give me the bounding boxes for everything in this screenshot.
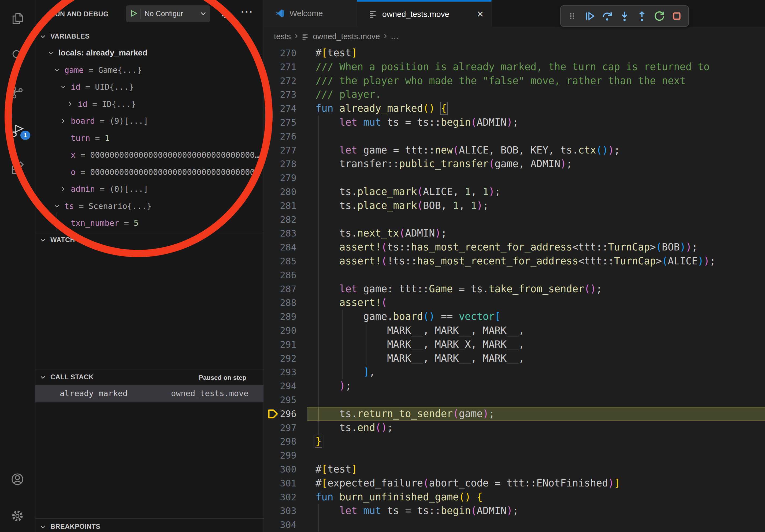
- code-line[interactable]: 273/// player.: [264, 88, 765, 102]
- code-line[interactable]: 301#[expected_failure(abort_code = ttt::…: [264, 476, 765, 490]
- code-line[interactable]: 272/// the player who made the "false" m…: [264, 74, 765, 88]
- code-line[interactable]: 300#[test]: [264, 462, 765, 476]
- code-line[interactable]: 274fun already_marked() {: [264, 102, 765, 116]
- call-stack-section-header[interactable]: CALL STACK Paused on step: [35, 370, 264, 385]
- variable-row[interactable]: game = Game{...}: [35, 62, 264, 79]
- code-line[interactable]: 284 assert!(ts::has_most_recent_for_addr…: [264, 240, 765, 254]
- code-line[interactable]: 289 game.board() == vector[: [264, 310, 765, 324]
- line-number[interactable]: 293: [264, 365, 297, 379]
- stack-frame-row[interactable]: already_marked owned_tests.move: [35, 385, 264, 402]
- code-line[interactable]: 296 ts.return_to_sender(game);: [264, 407, 765, 421]
- code-line[interactable]: 286: [264, 268, 765, 282]
- line-number[interactable]: 279: [264, 171, 297, 185]
- chevron-right-icon[interactable]: [60, 186, 67, 193]
- line-number[interactable]: 288: [264, 296, 297, 310]
- line-number[interactable]: 302: [264, 490, 297, 504]
- line-number[interactable]: 282: [264, 213, 297, 227]
- chevron-down-icon[interactable]: [60, 84, 67, 91]
- debug-settings-gear-icon[interactable]: [220, 8, 232, 21]
- chevron-down-icon[interactable]: [48, 50, 54, 57]
- code-line[interactable]: 304: [264, 518, 765, 532]
- drag-handle-icon[interactable]: [565, 9, 579, 23]
- code-line[interactable]: 295: [264, 393, 765, 407]
- code-line[interactable]: 297 ts.end();: [264, 421, 765, 435]
- line-number[interactable]: 287: [264, 282, 297, 296]
- code-line[interactable]: 278 transfer::public_transfer(game, ADMI…: [264, 157, 765, 171]
- line-number[interactable]: 303: [264, 504, 297, 518]
- explorer-icon[interactable]: [10, 11, 25, 26]
- variable-row[interactable]: txn_number = 5: [35, 215, 264, 232]
- variable-row[interactable]: x = 000000000000000000000000000000000000…: [35, 147, 264, 164]
- line-number[interactable]: 271: [264, 60, 297, 74]
- search-icon[interactable]: [10, 49, 25, 64]
- line-number[interactable]: 286: [264, 268, 297, 282]
- code-line[interactable]: 291 MARK__, MARK_X, MARK__,: [264, 338, 765, 352]
- code-line[interactable]: 293 ],: [264, 365, 765, 379]
- tab-owned-tests-move[interactable]: owned_tests.move ✕: [357, 0, 491, 27]
- code-line[interactable]: 281 ts.place_mark(BOB, 1, 1);: [264, 199, 765, 213]
- source-control-icon[interactable]: [10, 85, 25, 100]
- line-number[interactable]: 304: [264, 518, 297, 532]
- variable-row[interactable]: id = ID{...}: [35, 96, 264, 113]
- line-number[interactable]: 301: [264, 476, 297, 490]
- line-number[interactable]: 280: [264, 185, 297, 199]
- code-line[interactable]: 271/// When a position is already marked…: [264, 60, 765, 74]
- step-into-button[interactable]: [618, 9, 631, 23]
- chevron-down-icon[interactable]: [54, 203, 60, 210]
- line-number[interactable]: 289: [264, 310, 297, 324]
- variable-row[interactable]: o = 000000000000000000000000000000000000…: [35, 164, 264, 181]
- account-icon[interactable]: [10, 472, 25, 487]
- code-line[interactable]: 280 ts.place_mark(ALICE, 1, 1);: [264, 185, 765, 199]
- line-number[interactable]: 292: [264, 352, 297, 366]
- breadcrumb-file[interactable]: owned_tests.move: [313, 32, 380, 41]
- settings-gear-icon[interactable]: [10, 508, 25, 523]
- line-number[interactable]: 295: [264, 393, 297, 407]
- start-debug-icon[interactable]: [130, 9, 138, 19]
- code-line[interactable]: 298}: [264, 434, 765, 448]
- breadcrumb-symbol[interactable]: …: [391, 32, 399, 41]
- tab-welcome[interactable]: Welcome: [264, 0, 357, 27]
- line-number[interactable]: 296: [264, 407, 297, 421]
- line-number[interactable]: 275: [264, 116, 297, 130]
- stop-button[interactable]: [670, 9, 684, 23]
- code-line[interactable]: 282: [264, 213, 765, 227]
- variable-row[interactable]: id = UID{...}: [35, 79, 264, 96]
- chevron-right-icon[interactable]: [67, 101, 73, 109]
- variables-section-header[interactable]: VARIABLES: [35, 29, 264, 44]
- line-number[interactable]: 284: [264, 240, 297, 254]
- line-number[interactable]: 274: [264, 102, 297, 116]
- code-line[interactable]: 292 MARK__, MARK__, MARK__,: [264, 352, 765, 366]
- scope-row[interactable]: locals: already_marked: [35, 45, 264, 62]
- continue-button[interactable]: [583, 9, 597, 23]
- code-line[interactable]: 270#[test]: [264, 46, 765, 60]
- variable-row[interactable]: turn = 1: [35, 130, 264, 147]
- variable-row[interactable]: ts = Scenario{...}: [35, 198, 264, 215]
- line-number[interactable]: 281: [264, 199, 297, 213]
- more-actions-icon[interactable]: ···: [241, 6, 253, 18]
- code-line[interactable]: 285 assert!(!ts::has_most_recent_for_add…: [264, 254, 765, 268]
- breadcrumb-folder[interactable]: tests: [274, 32, 291, 41]
- code-lines[interactable]: 270#[test]271/// When a position is alre…: [264, 46, 765, 532]
- code-line[interactable]: 294 );: [264, 379, 765, 393]
- code-line[interactable]: 279: [264, 171, 765, 185]
- line-number[interactable]: 297: [264, 421, 297, 435]
- code-line[interactable]: 288 assert!(: [264, 296, 765, 310]
- chevron-right-icon[interactable]: [60, 118, 67, 126]
- code-line[interactable]: 276: [264, 130, 765, 143]
- line-number[interactable]: 299: [264, 448, 297, 462]
- code-line[interactable]: 302fun burn_unfinished_game() {: [264, 490, 765, 504]
- code-line[interactable]: 283 ts.next_tx(ADMIN);: [264, 226, 765, 240]
- line-number[interactable]: 285: [264, 254, 297, 268]
- code-line[interactable]: 290 MARK__, MARK__, MARK__,: [264, 324, 765, 338]
- line-number[interactable]: 291: [264, 338, 297, 352]
- line-number[interactable]: 277: [264, 143, 297, 157]
- line-number[interactable]: 283: [264, 226, 297, 240]
- line-number[interactable]: 300: [264, 462, 297, 476]
- step-over-button[interactable]: [600, 9, 614, 23]
- line-number[interactable]: 294: [264, 379, 297, 393]
- watch-section-header[interactable]: WATCH: [35, 232, 264, 247]
- extensions-icon[interactable]: [10, 160, 25, 175]
- chevron-down-icon[interactable]: [54, 67, 60, 75]
- line-number[interactable]: 272: [264, 74, 297, 88]
- code-line[interactable]: 299: [264, 448, 765, 462]
